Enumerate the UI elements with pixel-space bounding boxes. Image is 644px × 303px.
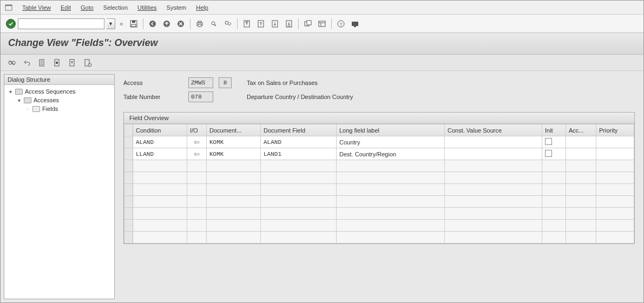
cancel-icon[interactable] <box>175 18 187 30</box>
menu-goto[interactable]: Goto <box>81 4 94 11</box>
empty-cell[interactable] <box>542 196 566 208</box>
empty-cell[interactable] <box>133 184 187 196</box>
empty-cell[interactable] <box>207 220 261 232</box>
checkbox-icon[interactable] <box>545 150 552 157</box>
empty-cell[interactable] <box>261 184 337 196</box>
window-menu-icon[interactable] <box>5 4 12 11</box>
row-selector[interactable] <box>124 160 133 172</box>
table-row-empty[interactable] <box>124 196 634 208</box>
menu-edit[interactable]: Edit <box>61 4 71 11</box>
print-icon[interactable] <box>194 18 206 30</box>
exit-icon[interactable] <box>161 18 173 30</box>
cell-const-value[interactable] <box>445 136 542 148</box>
menu-selection[interactable]: Selection <box>103 4 128 11</box>
empty-cell[interactable] <box>261 196 337 208</box>
empty-cell[interactable] <box>596 232 634 243</box>
empty-cell[interactable] <box>566 196 596 208</box>
select-all-icon[interactable] <box>36 57 48 69</box>
find-next-icon[interactable] <box>222 18 234 30</box>
tree-node-access-sequences[interactable]: ▾ Access Sequences <box>6 87 112 96</box>
empty-cell[interactable] <box>133 220 187 232</box>
cell-priority[interactable] <box>596 148 634 160</box>
empty-cell[interactable] <box>542 208 566 220</box>
empty-cell[interactable] <box>596 172 634 184</box>
row-selector[interactable] <box>124 208 133 220</box>
empty-cell[interactable] <box>566 208 596 220</box>
table-row-empty[interactable] <box>124 220 634 232</box>
deselect-icon[interactable] <box>67 57 78 69</box>
next-page-icon[interactable] <box>269 18 281 30</box>
row-selector[interactable] <box>124 232 133 243</box>
col-condition[interactable]: Condition <box>133 124 187 136</box>
table-row[interactable]: ALAND⇦KOMKALANDCountry <box>124 136 634 148</box>
save-icon[interactable] <box>128 18 140 30</box>
empty-cell[interactable] <box>445 172 542 184</box>
table-row-empty[interactable] <box>124 172 634 184</box>
checkbox-icon[interactable] <box>545 138 552 145</box>
col-acc[interactable]: Acc... <box>566 124 596 136</box>
toggle-icon[interactable] <box>6 57 18 69</box>
back-icon[interactable] <box>147 18 159 30</box>
empty-cell[interactable] <box>445 160 542 172</box>
find-icon[interactable] <box>208 18 220 30</box>
cell-const-value[interactable] <box>445 148 542 160</box>
col-init[interactable]: Init <box>542 124 566 136</box>
col-doc-field[interactable]: Document Field <box>261 124 337 136</box>
empty-cell[interactable] <box>542 232 566 243</box>
table-row-empty[interactable] <box>124 232 634 243</box>
row-selector[interactable] <box>124 136 133 148</box>
empty-cell[interactable] <box>566 184 596 196</box>
empty-cell[interactable] <box>337 184 445 196</box>
empty-cell[interactable] <box>187 172 207 184</box>
empty-cell[interactable] <box>596 184 634 196</box>
table-row-empty[interactable] <box>124 208 634 220</box>
menu-table-view[interactable]: Table View <box>22 4 51 11</box>
empty-cell[interactable] <box>133 172 187 184</box>
empty-cell[interactable] <box>207 196 261 208</box>
col-long-label[interactable]: Long field label <box>337 124 445 136</box>
cell-doc-field[interactable]: ALAND <box>261 136 337 148</box>
empty-cell[interactable] <box>133 160 187 172</box>
row-selector[interactable] <box>124 196 133 208</box>
empty-cell[interactable] <box>542 184 566 196</box>
empty-cell[interactable] <box>187 208 207 220</box>
tree-node-fields[interactable]: · Fields <box>6 104 112 113</box>
col-const-value[interactable]: Const. Value Source <box>445 124 542 136</box>
empty-cell[interactable] <box>133 232 187 243</box>
empty-cell[interactable] <box>207 232 261 243</box>
menu-utilities[interactable]: Utilities <box>137 4 156 11</box>
menu-system[interactable]: System <box>167 4 187 11</box>
command-field[interactable] <box>18 18 104 29</box>
empty-cell[interactable] <box>207 184 261 196</box>
cell-acc[interactable] <box>566 136 596 148</box>
tree-node-accesses[interactable]: ▾ Accesses <box>6 96 112 104</box>
customize-icon[interactable] <box>349 18 361 30</box>
empty-cell[interactable] <box>566 232 596 243</box>
row-selector[interactable] <box>124 148 133 160</box>
col-priority[interactable]: Priority <box>596 124 634 136</box>
empty-cell[interactable] <box>542 220 566 232</box>
undo-icon[interactable] <box>21 57 33 69</box>
empty-cell[interactable] <box>337 220 445 232</box>
empty-cell[interactable] <box>337 208 445 220</box>
col-doc-struct[interactable]: Document... <box>207 124 261 136</box>
new-session-icon[interactable] <box>302 18 314 30</box>
row-selector[interactable] <box>124 172 133 184</box>
empty-cell[interactable] <box>261 220 337 232</box>
expand-icon[interactable]: ▾ <box>8 89 13 95</box>
col-io[interactable]: I/O <box>187 124 207 136</box>
empty-cell[interactable] <box>596 220 634 232</box>
empty-cell[interactable] <box>445 220 542 232</box>
empty-cell[interactable] <box>445 208 542 220</box>
menu-help[interactable]: Help <box>196 4 208 11</box>
cell-doc-struct[interactable]: KOMK <box>207 136 261 148</box>
empty-cell[interactable] <box>337 232 445 243</box>
empty-cell[interactable] <box>133 196 187 208</box>
table-settings-icon[interactable] <box>82 57 94 69</box>
command-dropdown[interactable]: ▼ <box>107 18 115 29</box>
empty-cell[interactable] <box>445 232 542 243</box>
empty-cell[interactable] <box>542 160 566 172</box>
table-row[interactable]: LLAND⇦KOMKLAND1Dest. Country/Region <box>124 148 634 160</box>
empty-cell[interactable] <box>207 208 261 220</box>
cell-acc[interactable] <box>566 148 596 160</box>
